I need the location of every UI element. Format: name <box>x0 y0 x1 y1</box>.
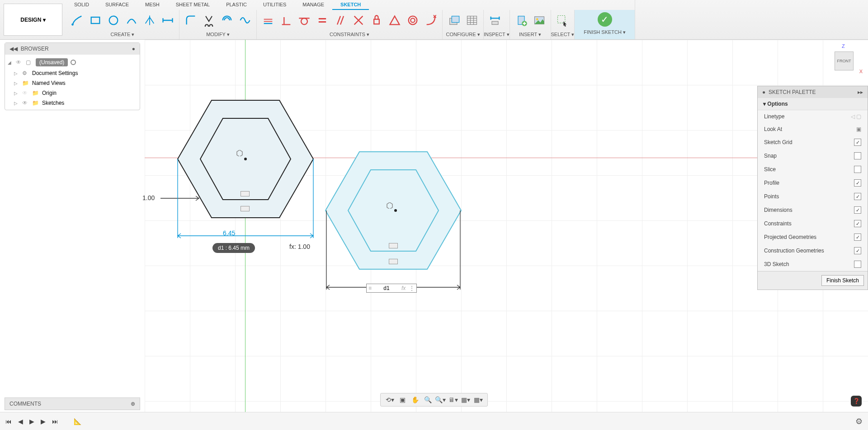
curvature-constraint-icon[interactable] <box>423 13 439 28</box>
checkbox[interactable]: ✓ <box>854 234 861 241</box>
finish-sketch-button[interactable]: ✓ FINISH SKETCH ▾ <box>575 10 635 39</box>
view-cube-face[interactable]: FRONT <box>835 51 854 70</box>
insert-group-label[interactable]: INSERT ▾ <box>510 31 551 39</box>
checkbox[interactable] <box>854 152 861 159</box>
comments-panel[interactable]: COMMENTS ⊕ <box>5 397 140 410</box>
line-tool-icon[interactable] <box>70 13 85 28</box>
step-back-icon[interactable]: ◀ <box>18 418 23 425</box>
palette-section-options[interactable]: ▾ Options <box>758 98 868 110</box>
look-at-icon[interactable]: ▣ <box>856 126 861 132</box>
tree-document-settings[interactable]: ▷⚙ Document Settings <box>5 68 140 78</box>
browser-header[interactable]: ◀◀ BROWSER ● <box>5 43 140 55</box>
palette-header[interactable]: ● SKETCH PALETTE ▸▸ <box>758 86 868 98</box>
checkbox[interactable]: ✓ <box>854 220 861 227</box>
modify-group-label[interactable]: MODIFY ▾ <box>179 31 256 39</box>
play-icon[interactable]: ▶ <box>29 418 34 425</box>
view-cube[interactable]: Z FRONT X <box>833 45 860 72</box>
look-at-icon[interactable]: ▣ <box>397 395 408 404</box>
fillet-tool-icon[interactable] <box>183 13 198 28</box>
palette-row-sketch-grid[interactable]: Sketch Grid✓ <box>758 136 868 149</box>
checkbox[interactable]: ✓ <box>854 139 861 146</box>
dimension-input-field[interactable] <box>375 285 398 291</box>
circle-tool-icon[interactable] <box>106 13 121 28</box>
zoom-icon[interactable]: 🔍 <box>422 395 433 404</box>
palette-row-construction-geometries[interactable]: Construction Geometries✓ <box>758 244 868 257</box>
timeline-marker-icon[interactable]: 📐 <box>74 418 81 425</box>
tree-root[interactable]: ◢👁▢ (Unsaved) <box>5 56 140 68</box>
fx-icon[interactable]: fx <box>401 285 406 291</box>
checkbox[interactable]: ✓ <box>854 193 861 200</box>
grid-icon[interactable]: ▦▾ <box>460 395 471 404</box>
spline-tool-icon[interactable] <box>237 13 253 28</box>
linetype-icons[interactable]: ◁ ▢ <box>851 113 861 120</box>
tab-sheet-metal[interactable]: SHEET METAL <box>168 0 218 10</box>
zoom-fit-icon[interactable]: 🔍▾ <box>435 395 446 404</box>
configure-icon[interactable] <box>446 13 462 28</box>
perpendicular-constraint-icon[interactable] <box>278 13 294 28</box>
dimension-input[interactable]: ≡ fx ⋮ <box>366 284 417 293</box>
help-badge-icon[interactable]: ❓ <box>851 396 862 407</box>
arc-tool-icon[interactable] <box>124 13 139 28</box>
tree-named-views[interactable]: ▷📁 Named Views <box>5 78 140 88</box>
tab-manage[interactable]: MANAGE <box>294 0 332 10</box>
palette-row-look-at[interactable]: Look At▣ <box>758 123 868 136</box>
palette-row-projected-geometries[interactable]: Projected Geometries✓ <box>758 230 868 244</box>
insert-image-icon[interactable] <box>532 13 547 28</box>
parallel-constraint-icon[interactable] <box>333 13 348 28</box>
measure-icon[interactable] <box>487 13 503 28</box>
select-group-label[interactable]: SELECT ▾ <box>551 31 575 39</box>
rewind-icon[interactable]: ⏮ <box>5 418 12 425</box>
palette-row-3d-sketch[interactable]: 3D Sketch <box>758 257 868 271</box>
tab-solid[interactable]: SOLID <box>66 0 97 10</box>
tangent-constraint-icon[interactable] <box>297 13 312 28</box>
create-group-label[interactable]: CREATE ▾ <box>66 31 179 39</box>
collapse-icon[interactable]: ● <box>132 46 135 52</box>
checkbox[interactable]: ✓ <box>854 206 861 214</box>
mirror-tool-icon[interactable] <box>142 13 157 28</box>
offset-tool-icon[interactable] <box>219 13 235 28</box>
tab-surface[interactable]: SURFACE <box>97 0 137 10</box>
step-fwd-icon[interactable]: ▶ <box>41 418 46 425</box>
workspace-switcher[interactable]: DESIGN ▾ <box>4 4 62 36</box>
tab-plastic[interactable]: PLASTIC <box>218 0 255 10</box>
dimension-width[interactable]: 6.45 <box>223 229 235 237</box>
tab-sketch[interactable]: SKETCH <box>332 0 369 10</box>
palette-row-dimensions[interactable]: Dimensions✓ <box>758 203 868 217</box>
checkbox[interactable]: ✓ <box>854 247 861 254</box>
expand-icon[interactable]: ▸▸ <box>858 89 863 95</box>
orbit-icon[interactable]: ⟲▾ <box>384 395 395 404</box>
end-icon[interactable]: ⏭ <box>52 418 58 425</box>
tree-sketches[interactable]: ▷👁📁 Sketches <box>5 98 140 108</box>
viewport-icon[interactable]: ▦▾ <box>473 395 484 404</box>
display-icon[interactable]: 🖥▾ <box>448 395 458 404</box>
symmetric-constraint-icon[interactable] <box>387 13 402 28</box>
parameters-icon[interactable] <box>464 13 480 28</box>
coincident-constraint-icon[interactable] <box>351 13 366 28</box>
configure-group-label[interactable]: CONFIGURE ▾ <box>443 31 483 39</box>
checkbox[interactable] <box>854 261 861 268</box>
horizontal-constraint-icon[interactable] <box>260 13 276 28</box>
select-icon[interactable] <box>555 13 570 28</box>
rectangle-tool-icon[interactable] <box>88 13 103 28</box>
trim-tool-icon[interactable] <box>201 13 217 28</box>
tab-mesh[interactable]: MESH <box>137 0 168 10</box>
insert-component-icon[interactable] <box>514 13 529 28</box>
palette-row-snap[interactable]: Snap <box>758 149 868 163</box>
settings-gear-icon[interactable]: ⚙ <box>855 416 863 426</box>
add-comment-icon[interactable]: ⊕ <box>131 401 135 407</box>
checkbox[interactable]: ✓ <box>854 179 861 187</box>
fx-dimension[interactable]: fx: 1.00 <box>289 243 310 250</box>
dimension-tool-icon[interactable] <box>160 13 175 28</box>
fix-constraint-icon[interactable] <box>369 13 384 28</box>
finish-sketch-palette-button[interactable]: Finish Sketch <box>821 275 864 286</box>
tab-utilities[interactable]: UTILITIES <box>255 0 294 10</box>
dimension-offset[interactable]: 1.00 <box>142 194 155 201</box>
tree-origin[interactable]: ▷👁📁 Origin <box>5 88 140 98</box>
checkbox[interactable] <box>854 166 861 173</box>
palette-row-points[interactable]: Points✓ <box>758 190 868 203</box>
palette-row-linetype[interactable]: Linetype◁ ▢ <box>758 110 868 123</box>
palette-row-profile[interactable]: Profile✓ <box>758 176 868 190</box>
menu-dots-icon[interactable]: ⋮ <box>409 285 415 291</box>
pan-icon[interactable]: ✋ <box>410 395 420 404</box>
palette-row-constraints[interactable]: Constraints✓ <box>758 217 868 230</box>
